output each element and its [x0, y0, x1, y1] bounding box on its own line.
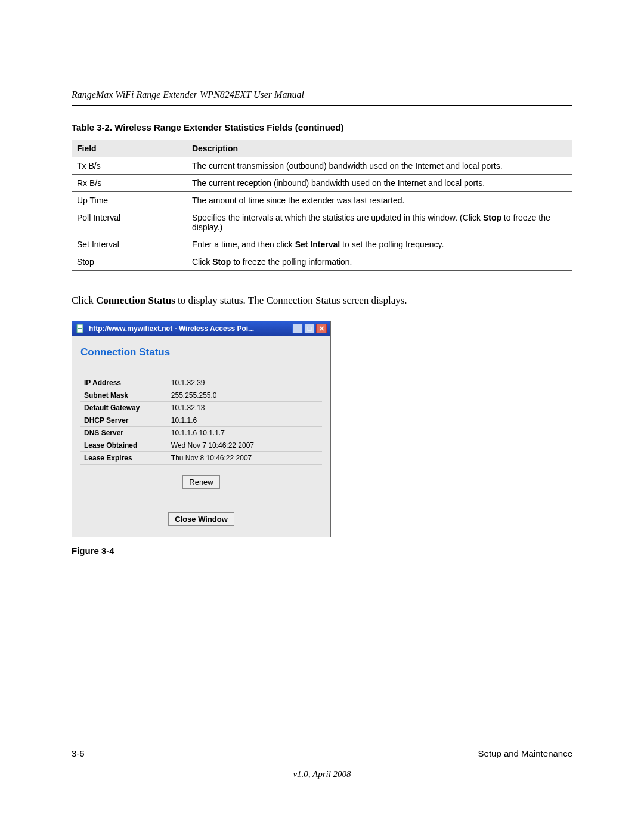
- connection-status-heading: Connection Status: [80, 346, 322, 358]
- footer-rule: [72, 742, 572, 742]
- conn-row: Lease ExpiresThu Nov 8 10:46:22 2007: [80, 452, 322, 465]
- conn-row: DHCP Server10.1.1.6: [80, 414, 322, 427]
- conn-label: DHCP Server: [80, 414, 168, 427]
- text: to freeze the polling information.: [231, 257, 352, 267]
- page-header-title: RangeMax WiFi Range Extender WPN824EXT U…: [72, 89, 572, 100]
- bold-text: Stop: [212, 257, 231, 267]
- maximize-button[interactable]: □: [304, 324, 315, 333]
- section-name: Setup and Maintenance: [478, 748, 572, 758]
- version-text: v1.0, April 2008: [72, 769, 572, 779]
- cell-field: Stop: [72, 253, 187, 271]
- page-footer: 3-6 Setup and Maintenance v1.0, April 20…: [72, 742, 572, 779]
- cell-field: Rx B/s: [72, 175, 187, 192]
- window-titlebar: http://www.mywifiext.net - Wireless Acce…: [72, 321, 330, 336]
- conn-value: 255.255.255.0: [168, 389, 322, 402]
- cell-field: Poll Interval: [72, 209, 187, 236]
- cell-field: Set Interval: [72, 236, 187, 253]
- conn-label: DNS Server: [80, 427, 168, 439]
- conn-value: Wed Nov 7 10:46:22 2007: [168, 439, 322, 452]
- bold-text: Connection Status: [96, 295, 175, 306]
- conn-label: Subnet Mask: [80, 389, 168, 402]
- table-row: Stop Click Stop to freeze the polling in…: [72, 253, 572, 271]
- connection-status-table: IP Address10.1.32.39 Subnet Mask255.255.…: [80, 377, 322, 465]
- th-description: Description: [187, 140, 572, 157]
- stats-table: Field Description Tx B/s The current tra…: [72, 140, 572, 271]
- conn-label: Default Gateway: [80, 402, 168, 414]
- renew-button[interactable]: Renew: [182, 475, 219, 489]
- table-row: Set Interval Enter a time, and then clic…: [72, 236, 572, 253]
- header-rule: [72, 105, 572, 106]
- body-paragraph: Click Connection Status to display statu…: [72, 295, 572, 306]
- divider: [80, 501, 322, 501]
- conn-value: 10.1.32.39: [168, 377, 322, 389]
- text: to set the polling frequency.: [340, 240, 444, 249]
- conn-row: Default Gateway10.1.32.13: [80, 402, 322, 414]
- conn-value: 10.1.32.13: [168, 402, 322, 414]
- cell-desc: The current transmission (outbound) band…: [187, 157, 572, 175]
- text: to display status. The Connection Status…: [175, 295, 407, 306]
- conn-label: Lease Obtained: [80, 439, 168, 452]
- divider: [80, 374, 322, 374]
- bold-text: Set Interval: [295, 240, 340, 249]
- cell-desc: The amount of time since the extender wa…: [187, 192, 572, 209]
- conn-label: Lease Expires: [80, 452, 168, 465]
- th-field: Field: [72, 140, 187, 157]
- svg-rect-3: [78, 328, 82, 329]
- bold-text: Stop: [483, 213, 501, 222]
- page-number: 3-6: [72, 748, 85, 758]
- table-row: Tx B/s The current transmission (outboun…: [72, 157, 572, 175]
- conn-row: Subnet Mask255.255.255.0: [80, 389, 322, 402]
- table-caption: Table 3-2. Wireless Range Extender Stati…: [72, 122, 572, 132]
- conn-row: DNS Server10.1.1.6 10.1.1.7: [80, 427, 322, 439]
- minimize-button[interactable]: _: [292, 324, 303, 333]
- cell-desc: Specifies the intervals at which the sta…: [187, 209, 572, 236]
- connection-status-window: http://www.mywifiext.net - Wireless Acce…: [72, 321, 331, 537]
- page-icon: [76, 324, 85, 333]
- cell-desc: Enter a time, and then click Set Interva…: [187, 236, 572, 253]
- svg-rect-2: [78, 327, 82, 327]
- conn-value: 10.1.1.6 10.1.1.7: [168, 427, 322, 439]
- text: Click: [192, 257, 212, 267]
- conn-row: Lease ObtainedWed Nov 7 10:46:22 2007: [80, 439, 322, 452]
- window-title-text: http://www.mywifiext.net - Wireless Acce…: [89, 324, 254, 333]
- text: Specifies the intervals at which the sta…: [192, 213, 483, 222]
- text: Click: [72, 295, 96, 306]
- cell-desc: The current reception (inbound) bandwidt…: [187, 175, 572, 192]
- cell-field: Tx B/s: [72, 157, 187, 175]
- conn-value: 10.1.1.6: [168, 414, 322, 427]
- conn-label: IP Address: [80, 377, 168, 389]
- conn-value: Thu Nov 8 10:46:22 2007: [168, 452, 322, 465]
- svg-rect-1: [78, 326, 82, 326]
- cell-desc: Click Stop to freeze the polling informa…: [187, 253, 572, 271]
- table-row: Up Time The amount of time since the ext…: [72, 192, 572, 209]
- text: Enter a time, and then click: [192, 240, 295, 249]
- table-row: Poll Interval Specifies the intervals at…: [72, 209, 572, 236]
- conn-row: IP Address10.1.32.39: [80, 377, 322, 389]
- close-window-button[interactable]: Close Window: [168, 512, 234, 526]
- figure-caption: Figure 3-4: [72, 546, 572, 556]
- table-row: Rx B/s The current reception (inbound) b…: [72, 175, 572, 192]
- close-button[interactable]: ✕: [316, 324, 327, 333]
- cell-field: Up Time: [72, 192, 187, 209]
